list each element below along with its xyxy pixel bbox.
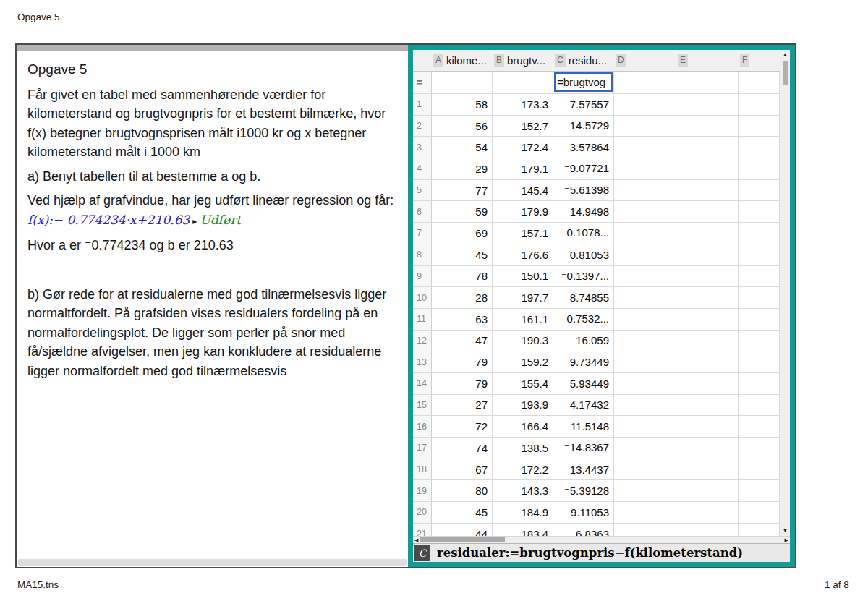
cell-kilometerstand[interactable]: 69 (432, 223, 493, 244)
cell-empty-e[interactable] (676, 351, 739, 373)
cell-residualer[interactable]: 9.73449 (553, 351, 614, 373)
cell-empty-d[interactable] (614, 201, 676, 223)
formula-bar[interactable]: C residualer:=brugtvognpris−f(kilometers… (413, 543, 790, 562)
row-number[interactable]: 16 (413, 416, 432, 438)
cell-residualer[interactable]: 7.57557 (553, 94, 614, 116)
cell-empty-d[interactable] (614, 116, 676, 137)
cell-empty-f[interactable] (739, 331, 780, 352)
cell-brugtvognpris[interactable]: 155.4 (493, 373, 553, 395)
scroll-down-icon[interactable]: ▼ (783, 527, 788, 534)
scroll-left-icon[interactable]: ◀ (413, 537, 420, 543)
row-number[interactable]: 21 (413, 524, 432, 536)
cell-residualer[interactable]: 6.8363 (553, 524, 614, 536)
cell-brugtvognpris[interactable]: 179.1 (493, 158, 553, 180)
cell-empty-e[interactable] (676, 373, 739, 395)
row-number[interactable]: 6 (413, 201, 432, 223)
cell-kilometerstand[interactable]: 74 (432, 438, 493, 459)
cell-kilometerstand[interactable]: 54 (432, 137, 493, 158)
cell-empty-e[interactable] (676, 244, 739, 266)
cell-empty-e[interactable] (676, 137, 739, 158)
cell-empty-d[interactable] (614, 244, 676, 266)
vertical-scrollbar[interactable]: ▲ ▼ (780, 50, 790, 536)
notes-text-area[interactable]: Opgave 5 Får givet en tabel med sammenhø… (17, 51, 408, 558)
cell-empty-d[interactable] (614, 223, 676, 244)
row-number[interactable]: 4 (413, 158, 432, 180)
row-number[interactable]: 5 (413, 180, 432, 202)
cell-residualer[interactable]: 0.81053 (553, 244, 614, 266)
row-number[interactable]: 2 (413, 116, 432, 137)
formula-cell-d[interactable] (614, 72, 676, 94)
column-header-c[interactable]: C residu... (553, 54, 614, 67)
cell-kilometerstand[interactable]: 56 (432, 116, 493, 137)
cell-empty-f[interactable] (739, 266, 780, 288)
cell-brugtvognpris[interactable]: 172.4 (493, 137, 553, 158)
cell-brugtvognpris[interactable]: 157.1 (493, 223, 553, 244)
cell-brugtvognpris[interactable]: 183.4 (493, 524, 553, 536)
cell-empty-d[interactable] (614, 524, 676, 536)
cell-kilometerstand[interactable]: 63 (432, 309, 493, 331)
scroll-right-icon[interactable]: ▶ (783, 537, 790, 543)
cell-kilometerstand[interactable]: 78 (432, 266, 493, 288)
cell-kilometerstand[interactable]: 77 (432, 180, 493, 202)
cell-residualer[interactable]: 8.74855 (553, 287, 614, 309)
cell-kilometerstand[interactable]: 58 (432, 94, 493, 116)
cell-kilometerstand[interactable]: 80 (432, 480, 493, 502)
cell-empty-d[interactable] (614, 331, 676, 352)
cell-brugtvognpris[interactable]: 166.4 (493, 416, 553, 438)
cell-empty-f[interactable] (739, 459, 780, 481)
cell-empty-d[interactable] (614, 416, 676, 438)
cell-empty-e[interactable] (676, 331, 739, 352)
cell-empty-f[interactable] (739, 116, 780, 137)
cell-empty-f[interactable] (739, 137, 780, 158)
row-number[interactable]: 12 (413, 331, 432, 352)
cell-residualer[interactable]: 5.93449 (553, 373, 614, 395)
cell-brugtvognpris[interactable]: 173.3 (493, 94, 553, 116)
formula-row-header[interactable]: = (413, 72, 432, 94)
cell-empty-d[interactable] (614, 351, 676, 373)
cell-empty-e[interactable] (676, 524, 739, 536)
cell-empty-f[interactable] (739, 416, 780, 438)
cell-empty-e[interactable] (676, 416, 739, 438)
row-number[interactable]: 13 (413, 351, 432, 373)
cell-empty-d[interactable] (614, 158, 676, 180)
cell-empty-e[interactable] (676, 395, 739, 417)
cell-residualer[interactable]: ⁻0.1397... (553, 266, 614, 288)
cell-empty-e[interactable] (676, 180, 739, 202)
cell-empty-e[interactable] (676, 266, 739, 288)
formula-bar-text[interactable]: residualer:=brugtvognpris−f(kilometersta… (437, 546, 743, 560)
cell-empty-e[interactable] (676, 287, 739, 309)
scroll-up-icon[interactable]: ▲ (783, 51, 788, 59)
cell-empty-e[interactable] (676, 94, 739, 116)
cell-empty-e[interactable] (676, 459, 739, 481)
cell-kilometerstand[interactable]: 45 (432, 502, 493, 524)
cell-brugtvognpris[interactable]: 176.6 (493, 244, 553, 266)
cell-brugtvognpris[interactable]: 184.9 (493, 502, 553, 524)
cell-kilometerstand[interactable]: 47 (432, 331, 493, 352)
formula-cell-a[interactable] (432, 72, 493, 94)
cell-empty-e[interactable] (676, 223, 739, 244)
row-number[interactable]: 10 (413, 287, 432, 309)
row-number[interactable]: 20 (413, 502, 432, 524)
cell-residualer[interactable]: 13.4437 (553, 459, 614, 481)
cell-kilometerstand[interactable]: 79 (432, 351, 493, 373)
cell-empty-d[interactable] (614, 480, 676, 502)
cell-residualer[interactable]: 4.17432 (553, 395, 614, 417)
cell-kilometerstand[interactable]: 59 (432, 201, 493, 223)
cell-residualer[interactable]: ⁻9.07721 (553, 158, 614, 180)
cell-empty-f[interactable] (739, 480, 780, 502)
row-number[interactable]: 18 (413, 459, 432, 481)
cell-empty-d[interactable] (614, 137, 676, 158)
cell-brugtvognpris[interactable]: 193.9 (493, 395, 553, 417)
cell-brugtvognpris[interactable]: 152.7 (493, 116, 553, 137)
cell-empty-f[interactable] (739, 438, 780, 459)
cell-brugtvognpris[interactable]: 179.9 (493, 201, 553, 223)
spreadsheet-panel[interactable]: A kilome... B brugtv... C residu... D (408, 45, 795, 567)
cell-brugtvognpris[interactable]: 138.5 (493, 438, 553, 459)
notes-pane[interactable]: Opgave 5 Får givet en tabel med sammenhø… (17, 45, 408, 567)
cell-residualer[interactable]: 14.9498 (553, 201, 614, 223)
column-header-a[interactable]: A kilome... (432, 54, 493, 67)
column-header-e[interactable]: E (676, 54, 739, 67)
row-number[interactable]: 15 (413, 395, 432, 417)
cell-empty-e[interactable] (676, 480, 739, 502)
cell-kilometerstand[interactable]: 44 (432, 524, 493, 536)
